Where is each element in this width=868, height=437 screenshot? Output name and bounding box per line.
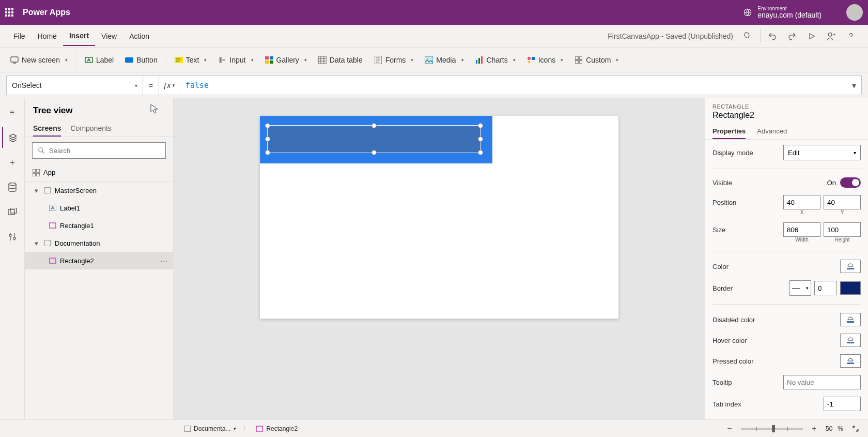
expand-formula-button[interactable]: ▾ — [847, 81, 861, 91]
resize-handle[interactable] — [478, 137, 483, 142]
environment-picker[interactable]: Environment enayu.com (default) — [743, 6, 822, 19]
chevron-down-icon: ▾ — [135, 83, 137, 88]
play-button[interactable] — [802, 26, 822, 46]
tab-advanced[interactable]: Advanced — [757, 124, 787, 139]
undo-button[interactable] — [763, 26, 782, 46]
tree-node-rectangle2[interactable]: Rectangle2 ··· — [25, 252, 173, 269]
data-rail-icon[interactable] — [2, 177, 23, 198]
svg-point-1 — [828, 33, 832, 36]
resize-handle[interactable] — [265, 123, 270, 128]
border-width-input[interactable] — [814, 281, 837, 295]
formula-input[interactable] — [179, 76, 847, 95]
color-picker[interactable] — [840, 260, 861, 273]
tree-app-node[interactable]: App — [25, 164, 173, 182]
insert-datatable-button[interactable]: Data table — [313, 53, 368, 67]
zoom-out-button[interactable]: − — [723, 419, 736, 438]
tree-node-label1[interactable]: Label1 — [25, 199, 173, 217]
resize-handle[interactable] — [265, 150, 270, 155]
border-color-picker[interactable] — [840, 281, 861, 295]
tooltip-input[interactable] — [783, 375, 861, 389]
resize-handle[interactable] — [371, 150, 377, 155]
chevron-down-icon[interactable]: ▾ — [32, 186, 40, 194]
menu-file[interactable]: File — [7, 27, 32, 46]
display-mode-select[interactable]: Edit ▾ — [783, 145, 861, 160]
tree-search-input[interactable] — [49, 147, 160, 155]
user-avatar[interactable] — [846, 4, 863, 21]
position-y-input[interactable] — [824, 195, 861, 209]
canvas-area[interactable] — [174, 98, 705, 419]
width-input[interactable] — [783, 222, 820, 237]
advanced-tools-icon[interactable] — [2, 227, 23, 247]
app-checker-icon[interactable] — [738, 26, 758, 46]
insert-gallery-button[interactable]: Gallery — [260, 53, 312, 67]
fit-to-screen-button[interactable] — [848, 419, 863, 438]
tree-node-documentation[interactable]: ▾ Documentation — [25, 234, 173, 252]
position-x-input[interactable] — [783, 195, 820, 209]
app-header: Power Apps Environment enayu.com (defaul… — [0, 0, 868, 25]
rectangle-icon — [256, 426, 263, 432]
insert-text-button[interactable]: Text — [169, 53, 212, 67]
tab-screens[interactable]: Screens — [33, 121, 61, 137]
height-input[interactable] — [824, 222, 861, 237]
text-icon — [175, 56, 183, 64]
new-screen-button[interactable]: New screen — [5, 53, 73, 67]
insert-media-label: Media — [436, 56, 456, 64]
resize-handle[interactable] — [371, 123, 377, 128]
media-rail-icon[interactable] — [2, 202, 23, 222]
color-label: Color — [712, 263, 729, 270]
insert-charts-button[interactable]: Charts — [470, 53, 521, 67]
pressed-color-picker[interactable] — [840, 354, 861, 368]
screen-canvas[interactable] — [260, 116, 618, 319]
tree-search[interactable] — [32, 142, 166, 159]
svg-rect-9 — [270, 61, 273, 64]
rectangle-control[interactable] — [267, 125, 481, 153]
insert-input-button[interactable]: Input — [213, 53, 258, 67]
zoom-value: 50 — [826, 425, 832, 432]
insert-rail-icon[interactable]: ＋ — [2, 152, 23, 173]
tree-node-masterscreen[interactable]: ▾ MasterScreen — [25, 182, 173, 199]
height-sublabel: Height — [824, 237, 861, 243]
tab-properties[interactable]: Properties — [712, 124, 746, 139]
zoom-in-button[interactable]: + — [808, 419, 820, 438]
size-label: Size — [712, 226, 725, 234]
svg-rect-36 — [44, 240, 51, 246]
hamburger-icon[interactable]: ≡ — [2, 102, 23, 123]
menu-insert[interactable]: Insert — [63, 26, 95, 46]
svg-point-26 — [9, 234, 11, 236]
hover-color-picker[interactable] — [840, 334, 861, 347]
tree-view-icon[interactable] — [2, 127, 23, 148]
tree-node-rectangle1[interactable]: Rectangle1 — [25, 217, 173, 234]
menu-action[interactable]: Action — [123, 27, 156, 46]
resize-handle[interactable] — [478, 150, 483, 155]
disabled-color-picker[interactable] — [840, 313, 861, 326]
share-button[interactable] — [822, 26, 841, 46]
insert-custom-button[interactable]: Custom — [569, 53, 624, 67]
breadcrumb-element[interactable]: Rectangle2 — [252, 423, 301, 434]
redo-button[interactable] — [782, 26, 802, 46]
insert-icons-button[interactable]: Icons — [522, 53, 568, 67]
zoom-slider[interactable] — [741, 428, 803, 430]
tabindex-input[interactable] — [824, 397, 861, 411]
tab-components[interactable]: Components — [70, 121, 111, 137]
breadcrumb-screen[interactable]: Documenta... ▾ — [181, 423, 240, 434]
insert-label-button[interactable]: Label — [80, 53, 119, 67]
resize-handle[interactable] — [478, 123, 483, 128]
property-selector[interactable]: OnSelect ▾ — [7, 76, 143, 95]
insert-forms-button[interactable]: Forms — [369, 53, 419, 67]
help-button[interactable] — [841, 26, 861, 46]
app-launcher-icon[interactable] — [5, 8, 13, 17]
insert-media-button[interactable]: Media — [420, 53, 469, 67]
border-style-select[interactable]: ▾ — [789, 280, 811, 296]
chevron-down-icon[interactable]: ▾ — [32, 239, 40, 247]
icons-icon — [527, 56, 535, 64]
fx-button[interactable]: ƒx▾ — [159, 76, 179, 95]
menu-home[interactable]: Home — [32, 27, 63, 46]
svg-point-17 — [528, 57, 531, 60]
insert-button-button[interactable]: Button — [120, 53, 162, 67]
search-icon — [38, 147, 45, 154]
svg-rect-31 — [33, 173, 36, 176]
menu-view[interactable]: View — [95, 27, 123, 46]
more-options-button[interactable]: ··· — [160, 257, 168, 265]
visible-toggle[interactable] — [840, 177, 861, 188]
resize-handle[interactable] — [265, 137, 270, 142]
